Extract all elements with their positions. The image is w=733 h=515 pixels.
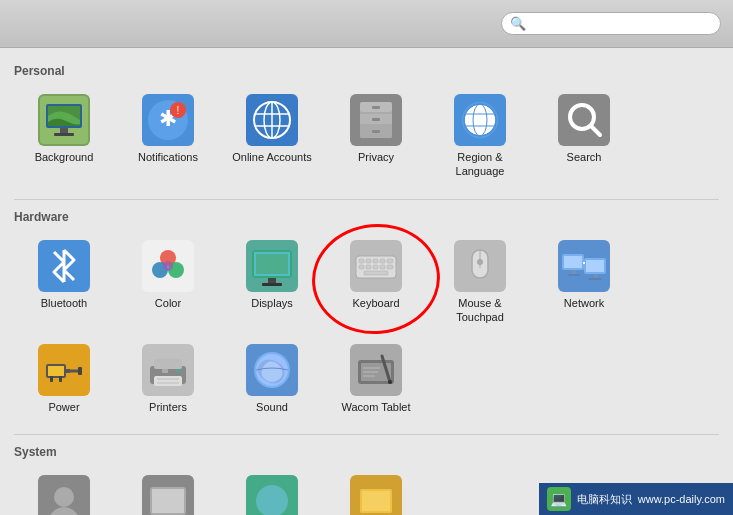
svg-rect-68 xyxy=(564,256,582,268)
sys1-item[interactable] xyxy=(14,467,114,515)
svg-rect-52 xyxy=(366,259,371,263)
svg-rect-78 xyxy=(66,369,70,373)
svg-rect-54 xyxy=(380,259,385,263)
watermark-url: www.pc-daily.com xyxy=(638,493,725,505)
svg-rect-58 xyxy=(373,265,378,269)
wacom-tablet-label: Wacom Tablet xyxy=(341,400,410,414)
svg-rect-80 xyxy=(50,376,53,382)
svg-point-91 xyxy=(176,369,180,373)
online-accounts-icon xyxy=(246,94,298,146)
network-label: Network xyxy=(564,296,604,310)
svg-point-65 xyxy=(477,259,483,265)
hardware-system-divider xyxy=(14,434,719,435)
color-item[interactable]: Color xyxy=(118,232,218,333)
keyboard-item[interactable]: Keyboard xyxy=(326,232,426,333)
mouse-touchpad-item[interactable]: Mouse & Touchpad xyxy=(430,232,530,333)
svg-rect-69 xyxy=(572,270,576,274)
background-item[interactable]: Background xyxy=(14,86,114,187)
notifications-item[interactable]: ✱ ! Notifications xyxy=(118,86,218,187)
svg-rect-24 xyxy=(372,130,380,133)
power-icon xyxy=(38,344,90,396)
sys1-icon xyxy=(38,475,90,515)
bluetooth-item[interactable]: Bluetooth xyxy=(14,232,114,333)
svg-rect-55 xyxy=(387,259,393,263)
top-bar: 🔍 xyxy=(0,0,733,48)
personal-section-title: Personal xyxy=(14,64,719,78)
displays-item[interactable]: Displays xyxy=(222,232,322,333)
svg-rect-4 xyxy=(54,133,74,136)
privacy-item[interactable]: Privacy xyxy=(326,86,426,187)
svg-rect-61 xyxy=(364,271,388,275)
sys3-icon xyxy=(246,475,298,515)
search-box: 🔍 xyxy=(501,12,721,35)
svg-rect-46 xyxy=(262,283,282,286)
sound-item[interactable]: Sound xyxy=(222,336,322,422)
sys2-item[interactable] xyxy=(118,467,218,515)
hardware-section-title: Hardware xyxy=(14,210,719,224)
sys4-item[interactable] xyxy=(326,467,426,515)
svg-rect-3 xyxy=(60,128,68,133)
personal-grid: Background ✱ ! Notifications xyxy=(14,86,719,187)
privacy-label: Privacy xyxy=(358,150,394,164)
svg-rect-56 xyxy=(359,265,364,269)
search-input[interactable] xyxy=(530,16,712,31)
displays-label: Displays xyxy=(251,296,293,310)
network-item[interactable]: Network xyxy=(534,232,634,333)
svg-rect-81 xyxy=(59,376,62,382)
svg-rect-60 xyxy=(387,265,393,269)
svg-rect-73 xyxy=(594,274,598,278)
sys2-icon xyxy=(142,475,194,515)
svg-text:!: ! xyxy=(177,105,180,116)
background-label: Background xyxy=(35,150,94,164)
watermark-brand: 电脑科知识 xyxy=(577,492,632,507)
printers-icon xyxy=(142,344,194,396)
svg-point-99 xyxy=(388,380,392,384)
svg-rect-53 xyxy=(373,259,378,263)
sound-label: Sound xyxy=(256,400,288,414)
svg-rect-72 xyxy=(586,260,604,272)
svg-rect-47 xyxy=(256,254,288,274)
keyboard-icon xyxy=(350,240,402,292)
svg-rect-107 xyxy=(152,489,184,513)
region-language-item[interactable]: Region & Language xyxy=(430,86,530,187)
notifications-label: Notifications xyxy=(138,150,198,164)
watermark-icon: 💻 xyxy=(547,487,571,511)
search-pref-icon xyxy=(558,94,610,146)
printers-item[interactable]: Printers xyxy=(118,336,218,422)
svg-rect-89 xyxy=(157,382,179,384)
svg-point-104 xyxy=(54,487,74,507)
svg-rect-23 xyxy=(372,118,380,121)
hardware-grid: Bluetooth Color xyxy=(14,232,719,423)
bluetooth-icon xyxy=(38,240,90,292)
keyboard-label: Keyboard xyxy=(352,296,399,310)
search-icon: 🔍 xyxy=(510,16,526,31)
printers-label: Printers xyxy=(149,400,187,414)
region-language-icon xyxy=(454,94,506,146)
svg-rect-112 xyxy=(362,491,390,511)
search-pref-item[interactable]: Search xyxy=(534,86,634,187)
svg-rect-45 xyxy=(268,278,276,283)
watermark: 💻 电脑科知识 www.pc-daily.com xyxy=(539,483,733,515)
notifications-icon: ✱ ! xyxy=(142,94,194,146)
svg-rect-88 xyxy=(157,378,179,380)
background-icon xyxy=(38,94,90,146)
svg-point-41 xyxy=(163,261,173,271)
svg-rect-33 xyxy=(558,94,610,146)
sound-icon xyxy=(246,344,298,396)
mouse-touchpad-label: Mouse & Touchpad xyxy=(434,296,526,325)
wacom-tablet-item[interactable]: Wacom Tablet xyxy=(326,336,426,422)
svg-rect-70 xyxy=(568,274,580,276)
search-pref-label: Search xyxy=(567,150,602,164)
color-icon xyxy=(142,240,194,292)
power-item[interactable]: Power xyxy=(14,336,114,422)
svg-rect-86 xyxy=(154,359,182,369)
bluetooth-label: Bluetooth xyxy=(41,296,87,310)
svg-rect-57 xyxy=(366,265,371,269)
svg-rect-87 xyxy=(154,376,182,386)
online-accounts-label: Online Accounts xyxy=(232,150,312,164)
sys3-item[interactable] xyxy=(222,467,322,515)
sys4-icon xyxy=(350,475,402,515)
power-label: Power xyxy=(48,400,79,414)
color-label: Color xyxy=(155,296,181,310)
online-accounts-item[interactable]: Online Accounts xyxy=(222,86,322,187)
